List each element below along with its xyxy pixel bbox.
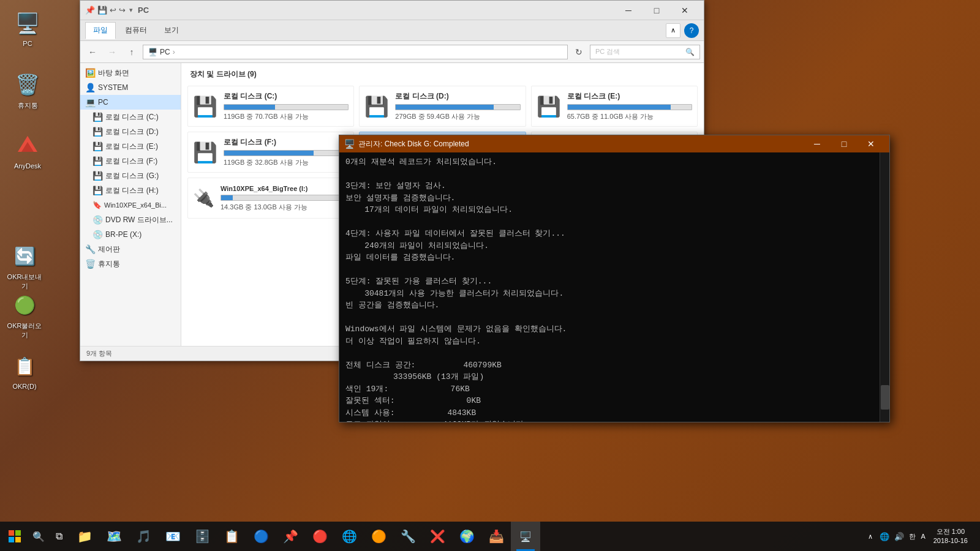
sidebar-item-c[interactable]: 💾 로컬 디스크 (C:) bbox=[80, 110, 181, 124]
okr-call-icon-label: OKR불러오기 bbox=[6, 321, 43, 340]
task-view-button[interactable]: ⧉ bbox=[48, 522, 70, 551]
okr-send-icon-img: 🔄 bbox=[10, 241, 39, 271]
tray-volume-icon[interactable]: 🔊 bbox=[892, 532, 906, 541]
close-button[interactable]: ✕ bbox=[671, 1, 699, 20]
cmd-close-btn[interactable]: ✕ bbox=[858, 135, 884, 152]
tray-network-icon[interactable]: 🌐 bbox=[878, 532, 891, 541]
sidebar-item-control[interactable]: 🔧 제어판 bbox=[80, 242, 181, 257]
show-desktop-button[interactable] bbox=[974, 522, 980, 551]
taskbar-item-chrome2[interactable]: 🌍 bbox=[452, 522, 481, 551]
ribbon-minimize-btn[interactable]: ∧ bbox=[666, 23, 680, 38]
sidebar-item-h[interactable]: 💾 로컬 디스크 (H:) bbox=[80, 183, 181, 198]
taskbar-item-app3[interactable]: 🔵 bbox=[246, 522, 276, 551]
forward-button[interactable]: → bbox=[104, 44, 121, 60]
sidebar-item-desktop[interactable]: 🖼️ 바탕 화면 bbox=[80, 66, 181, 80]
drive-i-info: Win10XPE_x64_BigTree (I:) 14.3GB 중 13.0G… bbox=[221, 185, 349, 212]
drive-item-i[interactable]: 🔌 Win10XPE_x64_BigTree (I:) 14.3GB 중 13.… bbox=[187, 178, 354, 219]
drive-item-e[interactable]: 💾 로컬 디스크 (E:) 65.7GB 중 11.0GB 사용 가능 bbox=[531, 86, 698, 127]
cmd-line-8: 파일 데이터를 검증했습니다. bbox=[345, 252, 883, 264]
drive-item-d[interactable]: 💾 로컬 디스크 (D:) 279GB 중 59.4GB 사용 가능 bbox=[359, 86, 526, 127]
cmd-line-0: 0개의 재분석 레코드가 처리되었습니다. bbox=[345, 156, 883, 168]
sidebar-item-d[interactable]: 💾 로컬 디스크 (D:) bbox=[80, 124, 181, 139]
desktop-icon-okr-d[interactable]: 📋 OKR(D) bbox=[3, 349, 46, 392]
maximize-button[interactable]: □ bbox=[643, 1, 671, 20]
taskbar-item-app2[interactable]: 📋 bbox=[217, 522, 246, 551]
cmd-minimize-btn[interactable]: ─ bbox=[804, 135, 831, 152]
refresh-button[interactable]: ↻ bbox=[570, 44, 587, 60]
systray: 🌐 🔊 한 A bbox=[878, 532, 927, 541]
tray-notification[interactable]: ∧ bbox=[863, 522, 878, 551]
drive-h-icon: 💾 bbox=[92, 186, 103, 195]
up-button[interactable]: ↑ bbox=[123, 44, 140, 60]
sidebar-label-e: 로컬 디스크 (E:) bbox=[105, 141, 158, 152]
back-button[interactable]: ← bbox=[84, 44, 101, 60]
undo-icon[interactable]: ↩ bbox=[110, 6, 116, 15]
sidebar-label-trash: 휴지통 bbox=[98, 259, 120, 269]
desktop-icon-okr-send[interactable]: 🔄 OKR내보내기 bbox=[3, 239, 46, 293]
redo-icon[interactable]: ↪ bbox=[119, 6, 126, 15]
taskbar-item-chrome[interactable]: 🌐 bbox=[334, 522, 364, 551]
drive-item-f[interactable]: 💾 로컬 디스크 (F:) 119GB 중 32.8GB 사용 가능 bbox=[187, 132, 354, 173]
tray-lang-icon[interactable]: A bbox=[919, 533, 927, 540]
help-button[interactable]: ? bbox=[684, 23, 699, 38]
ribbon-tab-file[interactable]: 파일 bbox=[85, 22, 116, 39]
cmd-body[interactable]: 0개의 재분석 레코드가 처리되었습니다. 3단계: 보안 설명자 검사. 보안… bbox=[339, 152, 889, 422]
sidebar-item-trash[interactable]: 🗑️ 휴지통 bbox=[80, 257, 181, 271]
drive-i-icon: 🔖 bbox=[92, 201, 102, 209]
drive-d-size: 279GB 중 59.4GB 사용 가능 bbox=[395, 112, 520, 121]
search-button[interactable]: 🔍 bbox=[29, 525, 48, 547]
ribbon-tab-view[interactable]: 보기 bbox=[156, 22, 187, 39]
drive-d-bar bbox=[396, 105, 494, 110]
cmd-window: 🖥️ 관리자: Check Disk G: Completed ─ □ ✕ 0개… bbox=[339, 135, 890, 422]
taskbar-item-app6[interactable]: 🟠 bbox=[364, 522, 393, 551]
desktop-icon-okr-call[interactable]: 🟢 OKR불러오기 bbox=[3, 288, 46, 342]
drive-c-bar bbox=[224, 105, 275, 110]
drive-i-bar-container bbox=[221, 195, 349, 201]
taskbar-item-mail[interactable]: 📧 bbox=[158, 522, 187, 551]
cmd-scrollbar[interactable] bbox=[880, 152, 889, 422]
taskbar-item-music[interactable]: 🎵 bbox=[129, 522, 158, 551]
cmd-line-6: 4단계: 사용자 파일 데이터에서 잘못된 클러스터 찾기... bbox=[345, 228, 883, 240]
search-field[interactable]: PC 검색 🔍 bbox=[590, 45, 700, 59]
sidebar-label-d: 로컬 디스크 (D:) bbox=[105, 127, 159, 137]
desktop: 🖥️ PC 🗑️ 휴지통 AnyDesk 🔄 OKR내보내기 🟢 OKR불러오기… bbox=[0, 0, 980, 551]
pin-icon[interactable]: 📌 bbox=[85, 6, 95, 15]
sidebar-item-pc[interactable]: 💻 PC bbox=[80, 95, 181, 110]
tray-battery-icon[interactable]: 한 bbox=[907, 532, 918, 541]
svg-rect-2 bbox=[9, 530, 14, 536]
drive-item-c[interactable]: 💾 로컬 디스크 (C:) 119GB 중 70.7GB 사용 가능 bbox=[187, 86, 354, 127]
cmd-maximize-btn[interactable]: □ bbox=[831, 135, 858, 152]
taskbar-item-app8[interactable]: ❌ bbox=[423, 522, 452, 551]
taskbar-item-app5[interactable]: 🔴 bbox=[305, 522, 334, 551]
cmd-controls: ─ □ ✕ bbox=[804, 135, 884, 152]
taskbar-item-cmd[interactable]: 🖥️ bbox=[511, 522, 540, 551]
desktop-icon-anydesk[interactable]: AnyDesk bbox=[6, 129, 49, 172]
drive-c-icon: 💾 bbox=[92, 112, 103, 122]
sidebar-item-system[interactable]: 👤 SYSTEM bbox=[80, 80, 181, 95]
save-icon[interactable]: 💾 bbox=[97, 6, 107, 15]
taskbar-item-app1[interactable]: 🗄️ bbox=[187, 522, 217, 551]
sidebar-item-brpe[interactable]: 💿 BR-PE (X:) bbox=[80, 227, 181, 242]
start-button[interactable] bbox=[0, 522, 29, 551]
address-field[interactable]: 🖥️ PC › bbox=[143, 45, 568, 59]
cmd-scrollbar-thumb[interactable] bbox=[881, 385, 889, 410]
sidebar-item-i[interactable]: 🔖 Win10XPE_x64_Bi... bbox=[80, 198, 181, 212]
taskbar-clock[interactable]: 오전 1:00 2018-10-16 bbox=[927, 522, 974, 551]
desktop-icon-recycle[interactable]: 🗑️ 휴지통 bbox=[6, 67, 49, 113]
taskbar-item-app7[interactable]: 🔧 bbox=[393, 522, 423, 551]
taskbar-item-explorer[interactable]: 📁 bbox=[70, 522, 99, 551]
sidebar-item-g[interactable]: 💾 로컬 디스크 (G:) bbox=[80, 168, 181, 183]
drive-f-size: 119GB 중 32.8GB 사용 가능 bbox=[224, 158, 349, 167]
sidebar-item-dvd[interactable]: 💿 DVD RW 드라이브... bbox=[80, 212, 181, 227]
drive-e-info: 로컬 디스크 (E:) 65.7GB 중 11.0GB 사용 가능 bbox=[567, 91, 692, 121]
sidebar-item-f[interactable]: 💾 로컬 디스크 (F:) bbox=[80, 154, 181, 168]
minimize-button[interactable]: ─ bbox=[614, 1, 643, 20]
cmd-line-12: 빈 공간을 검증했습니다. bbox=[345, 299, 883, 312]
ribbon-tab-computer[interactable]: 컴퓨터 bbox=[117, 22, 155, 39]
drive-i-size: 14.3GB 중 13.0GB 사용 가능 bbox=[221, 203, 349, 212]
taskbar-item-app9[interactable]: 📥 bbox=[481, 522, 511, 551]
desktop-icon-pc[interactable]: 🖥️ PC bbox=[6, 6, 49, 50]
sidebar-item-e[interactable]: 💾 로컬 디스크 (E:) bbox=[80, 139, 181, 154]
taskbar-item-map[interactable]: 🗺️ bbox=[99, 522, 129, 551]
taskbar-item-app4[interactable]: 📌 bbox=[276, 522, 305, 551]
